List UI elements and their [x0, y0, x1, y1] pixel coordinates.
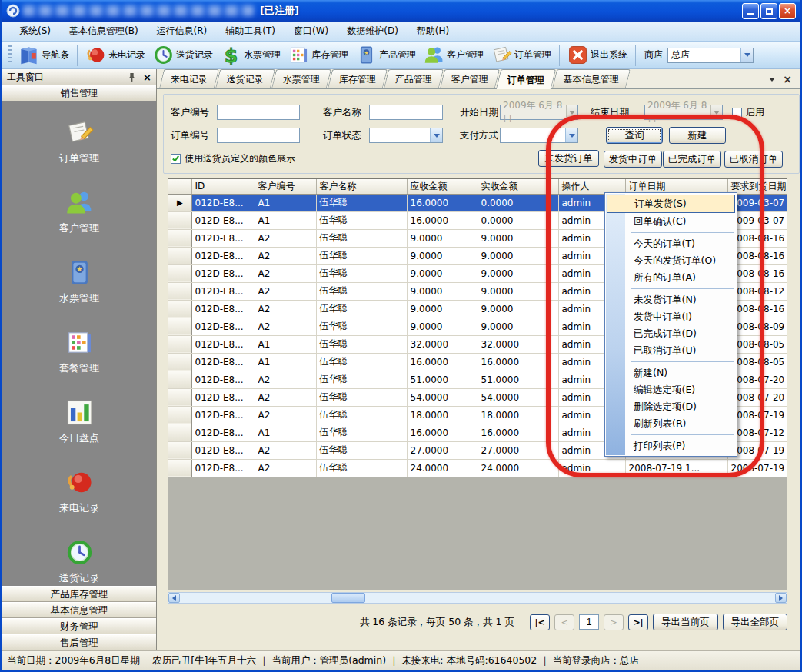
sidebar-close-icon[interactable]: ×	[143, 72, 151, 83]
context-menu-item[interactable]: 已完成订单(D)	[606, 325, 736, 342]
tab-list-dropdown-icon[interactable]	[769, 78, 775, 82]
status-filter-button[interactable]: 未发货订单	[538, 150, 599, 167]
tab-来电记录[interactable]: 来电记录	[159, 69, 219, 88]
toolbar-grip[interactable]	[8, 45, 12, 65]
toolbar-button[interactable]: ★产品管理	[352, 43, 420, 67]
maximize-button[interactable]	[760, 3, 777, 19]
chevron-down-icon[interactable]	[430, 128, 442, 142]
context-menu-item[interactable]: 打印列表(P)	[606, 437, 736, 454]
menubar-item[interactable]: 窗口(W)	[285, 22, 338, 40]
query-button[interactable]: 查询	[606, 127, 663, 144]
sidebar-section[interactable]: 财务管理	[2, 618, 156, 634]
tab-订单管理[interactable]: 订单管理	[496, 69, 556, 89]
tab-送货记录[interactable]: 送货记录	[215, 69, 275, 88]
context-menu-item[interactable]: 未发货订单(N)	[606, 291, 736, 308]
sidebar-section-sales[interactable]: 销售管理	[2, 85, 156, 101]
sidebar-item[interactable]: 客户管理	[59, 188, 99, 235]
row-selector[interactable]	[168, 371, 191, 388]
row-selector[interactable]	[168, 353, 191, 371]
column-header[interactable]: 客户名称	[316, 179, 407, 194]
toolbar-button[interactable]: 导航条	[15, 43, 73, 67]
context-menu-item[interactable]: 所有的订单(A)	[606, 269, 736, 286]
export-all-pages-button[interactable]: 导出全部页	[723, 614, 788, 630]
table-row[interactable]: 012D-E8...A2伍华聪24.000024.0000admin2008-0…	[168, 459, 787, 477]
chevron-down-icon[interactable]	[740, 48, 753, 62]
toolbar-button[interactable]: 库存管理	[285, 43, 352, 67]
sidebar-item[interactable]: 送货记录	[59, 538, 99, 585]
sidebar-item[interactable]: 套餐管理	[59, 328, 99, 375]
row-selector[interactable]	[168, 388, 191, 406]
toolbar-button[interactable]: 来电记录	[82, 43, 149, 67]
sidebar-item[interactable]: ★水票管理	[59, 258, 99, 305]
page-number-input[interactable]	[579, 614, 599, 630]
customer-no-input[interactable]	[217, 105, 300, 120]
close-button[interactable]: ×	[779, 3, 796, 19]
row-selector[interactable]	[168, 211, 191, 229]
toolbar-button[interactable]: 送货记录	[149, 43, 217, 67]
context-menu-item[interactable]: 今天的发货订单(O)	[606, 252, 736, 269]
sidebar-section[interactable]: 产品库存管理	[2, 586, 156, 602]
row-selector[interactable]	[168, 264, 191, 282]
toolbar-button[interactable]: 订单管理	[488, 43, 555, 67]
next-page-button[interactable]: >	[604, 614, 624, 630]
minimize-button[interactable]	[742, 3, 759, 19]
context-menu-item[interactable]: 已取消订单(U)	[606, 342, 736, 359]
toolbar-button[interactable]: $水票管理	[217, 43, 285, 67]
row-selector[interactable]	[168, 459, 191, 477]
status-filter-button[interactable]: 已完成订单	[663, 151, 721, 168]
row-selector[interactable]	[168, 229, 191, 247]
sidebar-section[interactable]: 售后管理	[2, 634, 156, 650]
tab-客户管理[interactable]: 客户管理	[440, 69, 500, 88]
menubar-item[interactable]: 运行信息(R)	[148, 22, 217, 40]
chevron-down-icon[interactable]	[565, 128, 577, 142]
color-display-checkbox[interactable]: 使用送货员定义的颜色展示	[171, 151, 295, 166]
sidebar-section[interactable]: 基本信息管理	[2, 602, 156, 618]
prev-page-button[interactable]: <	[554, 614, 574, 630]
last-page-button[interactable]: >|	[628, 614, 648, 630]
tab-基本信息管理[interactable]: 基本信息管理	[552, 69, 631, 88]
scroll-right-icon[interactable]	[775, 593, 787, 603]
tab-产品管理[interactable]: 产品管理	[384, 69, 444, 88]
context-menu-item[interactable]: 新建(N)	[606, 364, 736, 381]
row-selector[interactable]	[168, 282, 191, 300]
payment-select[interactable]	[500, 128, 578, 143]
menubar-item[interactable]: 辅助工具(T)	[216, 22, 285, 40]
context-menu-item[interactable]: 编辑选定项(E)	[606, 381, 736, 398]
row-selector[interactable]	[168, 300, 191, 318]
pin-icon[interactable]	[127, 72, 137, 82]
column-header[interactable]: 应收金额	[407, 179, 478, 194]
row-selector[interactable]: ▶	[168, 194, 191, 211]
context-menu-item[interactable]: 发货中订单(I)	[606, 308, 736, 325]
menubar-item[interactable]: 数据维护(D)	[338, 22, 408, 40]
sidebar-item[interactable]: 订单管理	[59, 118, 99, 165]
context-menu-item[interactable]: 今天的订单(T)	[606, 235, 736, 252]
new-button[interactable]: 新建	[669, 127, 726, 144]
row-selector[interactable]	[168, 406, 191, 424]
horizontal-scrollbar[interactable]	[168, 592, 787, 604]
row-selector[interactable]	[168, 441, 191, 459]
toolbar-button[interactable]: 退出系统	[564, 43, 631, 67]
context-menu-item[interactable]: 刷新列表(R)	[606, 415, 736, 432]
customer-name-input[interactable]	[369, 105, 443, 120]
row-selector[interactable]	[168, 424, 191, 441]
first-page-button[interactable]: |<	[530, 614, 550, 630]
menubar-item[interactable]: 系统(S)	[10, 22, 60, 40]
row-selector[interactable]	[168, 247, 191, 264]
column-header[interactable]: ID	[191, 179, 255, 194]
column-header[interactable]: 客户编号	[255, 179, 316, 194]
context-menu-item[interactable]: 订单发货(S)	[607, 195, 735, 213]
order-no-input[interactable]	[217, 128, 300, 143]
status-filter-button[interactable]: 发货中订单	[604, 151, 662, 168]
scroll-left-icon[interactable]	[168, 593, 180, 603]
sidebar-item[interactable]: 来电记录	[59, 468, 99, 515]
context-menu-item[interactable]: 删除选定项(D)	[606, 398, 736, 415]
row-selector[interactable]	[168, 335, 191, 353]
scrollbar-thumb[interactable]	[331, 593, 365, 603]
row-selector[interactable]	[168, 318, 191, 335]
status-filter-button[interactable]: 已取消订单	[724, 151, 783, 168]
store-select[interactable]: 总店	[667, 48, 754, 63]
menubar-item[interactable]: 帮助(H)	[408, 22, 458, 40]
tab-close-icon[interactable]: ×	[783, 73, 792, 85]
tab-水票管理[interactable]: 水票管理	[271, 69, 331, 88]
enable-checkbox[interactable]: 启用	[732, 105, 764, 120]
